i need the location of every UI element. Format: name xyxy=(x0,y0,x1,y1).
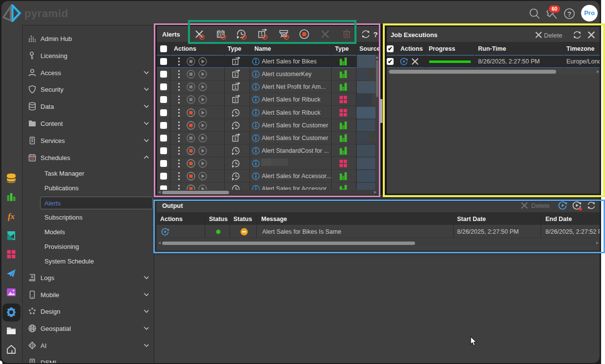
svg-text:?: ? xyxy=(567,10,572,18)
svg-text:fx: fx xyxy=(8,212,15,221)
